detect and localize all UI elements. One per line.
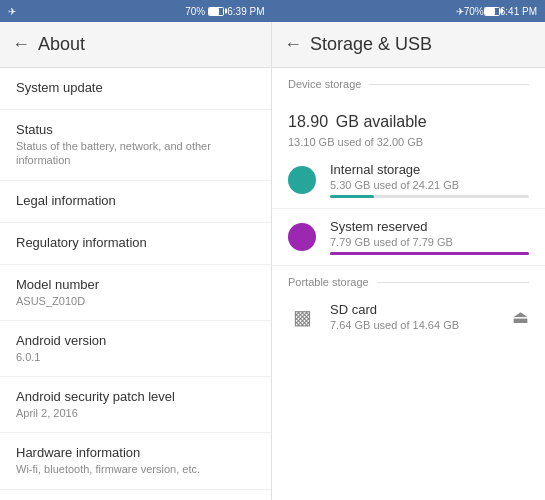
list-item-title-model-number: Model number: [16, 277, 255, 292]
sd-card-item[interactable]: ▩ SD card 7.64 GB used of 14.64 GB ⏏: [272, 292, 545, 341]
system-bar-container: [330, 252, 529, 255]
available-gb: 18.90 GB available: [288, 102, 529, 134]
battery-pct-right: 70%: [464, 6, 484, 17]
panel-about: ← About System updateStatusStatus of the…: [0, 22, 272, 500]
about-list: System updateStatusStatus of the battery…: [0, 68, 271, 500]
battery-icon-right: [484, 7, 500, 16]
list-item-subtitle-status: Status of the battery, network, and othe…: [16, 139, 255, 168]
panels: ← About System updateStatusStatus of the…: [0, 22, 545, 500]
internal-storage-name: Internal storage: [330, 162, 529, 177]
list-item-title-android-version: Android version: [16, 333, 255, 348]
list-item-security-patch[interactable]: Android security patch levelApril 2, 201…: [0, 377, 271, 433]
status-bar-left: ✈ 70% 6:39 PM: [0, 0, 273, 22]
time-right: 6:41 PM: [500, 6, 537, 17]
airplane-icon-right: ✈: [456, 6, 464, 17]
list-item-subtitle-model-number: ASUS_Z010D: [16, 294, 255, 308]
available-storage-block: 18.90 GB available 13.10 GB used of 32.0…: [272, 94, 545, 152]
internal-storage-used: 5.30 GB used of 24.21 GB: [330, 179, 529, 191]
sd-eject-button[interactable]: ⏏: [512, 306, 529, 328]
list-item-subtitle-hardware-info: Wi-fi, bluetooth, firmware version, etc.: [16, 462, 255, 476]
system-reserved-item[interactable]: System reserved 7.79 GB used of 7.79 GB: [272, 209, 545, 266]
list-item-status[interactable]: StatusStatus of the battery, network, an…: [0, 110, 271, 181]
list-item-hardware-info[interactable]: Hardware informationWi-fi, bluetooth, fi…: [0, 433, 271, 489]
system-reserved-name: System reserved: [330, 219, 529, 234]
list-item-regulatory-info[interactable]: Regulatory information: [0, 223, 271, 265]
list-item-subtitle-security-patch: April 2, 2016: [16, 406, 255, 420]
about-back-button[interactable]: ←: [12, 34, 30, 55]
list-item-android-version[interactable]: Android version6.0.1: [0, 321, 271, 377]
list-item-title-legal-info: Legal information: [16, 193, 255, 208]
list-item-subtitle-android-version: 6.0.1: [16, 350, 255, 364]
storage-back-button[interactable]: ←: [284, 34, 302, 55]
list-item-title-hardware-info: Hardware information: [16, 445, 255, 460]
list-item-title-regulatory-info: Regulatory information: [16, 235, 255, 250]
time-left: 6:39 PM: [227, 6, 264, 17]
internal-storage-info: Internal storage 5.30 GB used of 24.21 G…: [330, 162, 529, 198]
about-header: ← About: [0, 22, 271, 68]
about-title: About: [38, 34, 85, 55]
available-gb-unit: GB available: [336, 113, 427, 130]
system-bar: [330, 252, 529, 255]
available-gb-number: 18.90: [288, 113, 328, 130]
sd-card-name: SD card: [330, 302, 512, 317]
available-used: 13.10 GB used of 32.00 GB: [288, 136, 529, 148]
list-item-software-info[interactable]: Software informationBaseband, kernel ver…: [0, 490, 271, 500]
list-item-legal-info[interactable]: Legal information: [0, 181, 271, 223]
status-bars: ✈ 70% 6:39 PM ✈ 70% 6:41 PM: [0, 0, 545, 22]
sd-card-used: 7.64 GB used of 14.64 GB: [330, 319, 512, 331]
system-reserved-info: System reserved 7.79 GB used of 7.79 GB: [330, 219, 529, 255]
sd-card-icon: ▩: [288, 303, 316, 331]
internal-bar: [330, 195, 374, 198]
list-item-model-number[interactable]: Model numberASUS_Z010D: [0, 265, 271, 321]
system-reserved-used: 7.79 GB used of 7.79 GB: [330, 236, 529, 248]
internal-bar-container: [330, 195, 529, 198]
device-storage-label: Device storage: [272, 68, 545, 94]
system-dot: [288, 223, 316, 251]
internal-dot: [288, 166, 316, 194]
list-item-title-status: Status: [16, 122, 255, 137]
portable-storage-label: Portable storage: [272, 266, 545, 292]
battery-icon-left: [208, 7, 224, 16]
list-item-title-system-update: System update: [16, 80, 255, 95]
battery-pct-left: 70%: [185, 6, 205, 17]
list-item-title-security-patch: Android security patch level: [16, 389, 255, 404]
panel-storage: ← Storage & USB Device storage 18.90 GB …: [272, 22, 545, 500]
list-item-system-update[interactable]: System update: [0, 68, 271, 110]
airplane-icon-left: ✈: [8, 6, 16, 17]
storage-title: Storage & USB: [310, 34, 432, 55]
storage-header: ← Storage & USB: [272, 22, 545, 68]
storage-content: Device storage 18.90 GB available 13.10 …: [272, 68, 545, 500]
left-bar-right-info: 70% 6:39 PM: [185, 6, 264, 17]
sd-card-info: SD card 7.64 GB used of 14.64 GB: [330, 302, 512, 331]
left-icons: ✈: [8, 6, 16, 17]
status-bar-right: ✈ 70% 6:41 PM: [273, 0, 546, 22]
internal-storage-item[interactable]: Internal storage 5.30 GB used of 24.21 G…: [272, 152, 545, 209]
